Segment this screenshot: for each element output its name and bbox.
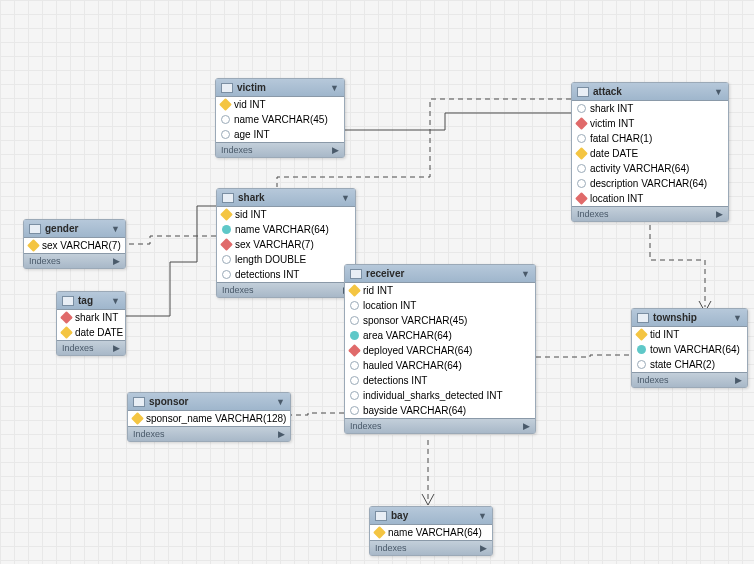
field-text: name VARCHAR(45) [234, 114, 328, 125]
column-icon [221, 115, 230, 124]
field-row[interactable]: area VARCHAR(64) [345, 328, 535, 343]
expand-icon[interactable]: ▶ [278, 429, 285, 439]
entity-title: attack [593, 86, 622, 97]
entity-header[interactable]: receiver ▼ [345, 265, 535, 283]
entity-header[interactable]: sponsor ▼ [128, 393, 290, 411]
field-row[interactable]: town VARCHAR(64) [632, 342, 747, 357]
field-text: date DATE [590, 148, 638, 159]
table-icon [222, 193, 234, 203]
field-row[interactable]: shark INT [57, 310, 125, 325]
field-row[interactable]: location INT [345, 298, 535, 313]
entity-fields: shark INT date DATE [57, 310, 125, 340]
indexes-section[interactable]: Indexes▶ [128, 426, 290, 441]
collapse-icon[interactable]: ▼ [330, 83, 339, 93]
collapse-icon[interactable]: ▼ [111, 224, 120, 234]
expand-icon[interactable]: ▶ [523, 421, 530, 431]
collapse-icon[interactable]: ▼ [111, 296, 120, 306]
expand-icon[interactable]: ▶ [480, 543, 487, 553]
field-row[interactable]: rid INT [345, 283, 535, 298]
entity-township[interactable]: township ▼ tid INT town VARCHAR(64) stat… [631, 308, 748, 388]
expand-icon[interactable]: ▶ [113, 256, 120, 266]
field-row[interactable]: name VARCHAR(64) [370, 525, 492, 540]
indexes-section[interactable]: Indexes▶ [57, 340, 125, 355]
field-row[interactable]: activity VARCHAR(64) [572, 161, 728, 176]
indexes-section[interactable]: Indexes▶ [217, 282, 355, 297]
entity-gender[interactable]: gender ▼ sex VARCHAR(7) Indexes▶ [23, 219, 126, 269]
field-row[interactable]: detections INT [345, 373, 535, 388]
field-text: shark INT [75, 312, 118, 323]
indexes-section[interactable]: Indexes▶ [345, 418, 535, 433]
column-icon [350, 301, 359, 310]
expand-icon[interactable]: ▶ [113, 343, 120, 353]
field-row[interactable]: fatal CHAR(1) [572, 131, 728, 146]
field-text: hauled VARCHAR(64) [363, 360, 462, 371]
entity-receiver[interactable]: receiver ▼ rid INT location INT sponsor … [344, 264, 536, 434]
expand-icon[interactable]: ▶ [735, 375, 742, 385]
field-row[interactable]: tid INT [632, 327, 747, 342]
collapse-icon[interactable]: ▼ [714, 87, 723, 97]
field-row[interactable]: sex VARCHAR(7) [24, 238, 125, 253]
column-icon [637, 360, 646, 369]
indexes-section[interactable]: Indexes▶ [24, 253, 125, 268]
collapse-icon[interactable]: ▼ [478, 511, 487, 521]
field-text: detections INT [235, 269, 299, 280]
indexes-section[interactable]: Indexes▶ [216, 142, 344, 157]
field-text: area VARCHAR(64) [363, 330, 452, 341]
field-row[interactable]: state CHAR(2) [632, 357, 747, 372]
entity-header[interactable]: shark ▼ [217, 189, 355, 207]
field-row[interactable]: name VARCHAR(64) [217, 222, 355, 237]
field-text: sex VARCHAR(7) [42, 240, 121, 251]
entity-header[interactable]: township ▼ [632, 309, 747, 327]
column-icon [577, 164, 586, 173]
field-row[interactable]: vid INT [216, 97, 344, 112]
field-row[interactable]: sid INT [217, 207, 355, 222]
entity-bay[interactable]: bay ▼ name VARCHAR(64) Indexes▶ [369, 506, 493, 556]
field-row[interactable]: location INT [572, 191, 728, 206]
field-row[interactable]: sponsor VARCHAR(45) [345, 313, 535, 328]
column-icon [577, 104, 586, 113]
field-row[interactable]: description VARCHAR(64) [572, 176, 728, 191]
field-row[interactable]: hauled VARCHAR(64) [345, 358, 535, 373]
field-text: state CHAR(2) [650, 359, 715, 370]
collapse-icon[interactable]: ▼ [341, 193, 350, 203]
field-row[interactable]: sponsor_name VARCHAR(128) [128, 411, 290, 426]
entity-header[interactable]: gender ▼ [24, 220, 125, 238]
entity-attack[interactable]: attack ▼ shark INT victim INT fatal CHAR… [571, 82, 729, 222]
field-row[interactable]: age INT [216, 127, 344, 142]
indexes-section[interactable]: Indexes▶ [370, 540, 492, 555]
entity-header[interactable]: attack ▼ [572, 83, 728, 101]
entity-fields: rid INT location INT sponsor VARCHAR(45)… [345, 283, 535, 418]
entity-header[interactable]: tag ▼ [57, 292, 125, 310]
collapse-icon[interactable]: ▼ [733, 313, 742, 323]
column-icon [577, 134, 586, 143]
expand-icon[interactable]: ▶ [332, 145, 339, 155]
indexes-section[interactable]: Indexes▶ [572, 206, 728, 221]
entity-header[interactable]: bay ▼ [370, 507, 492, 525]
field-row[interactable]: shark INT [572, 101, 728, 116]
field-row[interactable]: length DOUBLE [217, 252, 355, 267]
field-row[interactable]: date DATE [572, 146, 728, 161]
column-icon [350, 361, 359, 370]
entity-header[interactable]: victim ▼ [216, 79, 344, 97]
entity-tag[interactable]: tag ▼ shark INT date DATE Indexes▶ [56, 291, 126, 356]
field-row[interactable]: deployed VARCHAR(64) [345, 343, 535, 358]
field-row[interactable]: individual_sharks_detected INT [345, 388, 535, 403]
entity-title: sponsor [149, 396, 188, 407]
field-text: sponsor_name VARCHAR(128) [146, 413, 286, 424]
collapse-icon[interactable]: ▼ [276, 397, 285, 407]
entity-sponsor[interactable]: sponsor ▼ sponsor_name VARCHAR(128) Inde… [127, 392, 291, 442]
field-text: fatal CHAR(1) [590, 133, 652, 144]
field-row[interactable]: name VARCHAR(45) [216, 112, 344, 127]
field-row[interactable]: bayside VARCHAR(64) [345, 403, 535, 418]
column-icon [221, 130, 230, 139]
entity-shark[interactable]: shark ▼ sid INT name VARCHAR(64) sex VAR… [216, 188, 356, 298]
indexes-section[interactable]: Indexes▶ [632, 372, 747, 387]
field-row[interactable]: victim INT [572, 116, 728, 131]
collapse-icon[interactable]: ▼ [521, 269, 530, 279]
field-row[interactable]: detections INT [217, 267, 355, 282]
field-row[interactable]: sex VARCHAR(7) [217, 237, 355, 252]
expand-icon[interactable]: ▶ [716, 209, 723, 219]
entity-victim[interactable]: victim ▼ vid INT name VARCHAR(45) age IN… [215, 78, 345, 158]
entity-title: shark [238, 192, 265, 203]
field-row[interactable]: date DATE [57, 325, 125, 340]
